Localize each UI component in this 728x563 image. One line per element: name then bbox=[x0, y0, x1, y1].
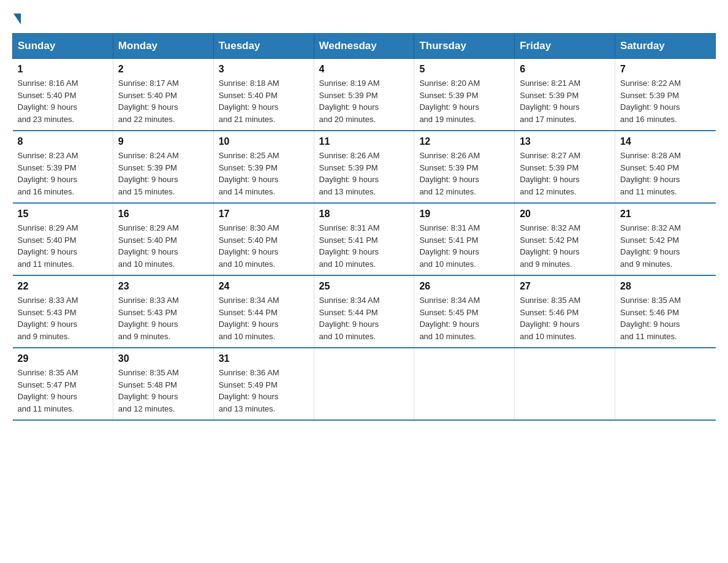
week-row-3: 15 Sunrise: 8:29 AM Sunset: 5:40 PM Dayl… bbox=[13, 203, 716, 275]
day-number: 28 bbox=[620, 281, 710, 292]
day-number: 25 bbox=[319, 281, 409, 292]
day-info: Sunrise: 8:19 AM Sunset: 5:39 PM Dayligh… bbox=[319, 77, 409, 125]
day-number: 18 bbox=[319, 209, 409, 220]
weekday-header-sunday: Sunday bbox=[13, 34, 113, 59]
day-info: Sunrise: 8:28 AM Sunset: 5:40 PM Dayligh… bbox=[620, 150, 710, 197]
weekday-header-row: SundayMondayTuesdayWednesdayThursdayFrid… bbox=[13, 34, 716, 59]
day-info: Sunrise: 8:35 AM Sunset: 5:46 PM Dayligh… bbox=[620, 294, 710, 342]
calendar-cell: 2 Sunrise: 8:17 AM Sunset: 5:40 PM Dayli… bbox=[113, 59, 213, 131]
page-header bbox=[12, 12, 716, 23]
day-info: Sunrise: 8:31 AM Sunset: 5:41 PM Dayligh… bbox=[319, 222, 409, 270]
calendar-cell: 31 Sunrise: 8:36 AM Sunset: 5:49 PM Dayl… bbox=[213, 348, 314, 420]
day-number: 11 bbox=[319, 136, 409, 147]
day-info: Sunrise: 8:32 AM Sunset: 5:42 PM Dayligh… bbox=[620, 222, 710, 270]
day-number: 6 bbox=[520, 64, 610, 75]
calendar-cell bbox=[314, 348, 414, 420]
week-row-1: 1 Sunrise: 8:16 AM Sunset: 5:40 PM Dayli… bbox=[13, 59, 716, 131]
day-info: Sunrise: 8:26 AM Sunset: 5:39 PM Dayligh… bbox=[419, 150, 509, 197]
day-info: Sunrise: 8:22 AM Sunset: 5:39 PM Dayligh… bbox=[620, 77, 710, 125]
day-info: Sunrise: 8:20 AM Sunset: 5:39 PM Dayligh… bbox=[419, 77, 509, 125]
calendar-cell: 13 Sunrise: 8:27 AM Sunset: 5:39 PM Dayl… bbox=[515, 131, 615, 203]
day-info: Sunrise: 8:32 AM Sunset: 5:42 PM Dayligh… bbox=[520, 222, 610, 270]
calendar-cell: 23 Sunrise: 8:33 AM Sunset: 5:43 PM Dayl… bbox=[113, 275, 213, 348]
calendar-cell: 17 Sunrise: 8:30 AM Sunset: 5:40 PM Dayl… bbox=[213, 203, 314, 275]
day-number: 15 bbox=[18, 209, 108, 220]
calendar-cell: 25 Sunrise: 8:34 AM Sunset: 5:44 PM Dayl… bbox=[314, 275, 414, 348]
day-info: Sunrise: 8:34 AM Sunset: 5:44 PM Dayligh… bbox=[219, 294, 309, 342]
calendar-cell bbox=[615, 348, 716, 420]
day-info: Sunrise: 8:35 AM Sunset: 5:46 PM Dayligh… bbox=[520, 294, 610, 342]
weekday-header-friday: Friday bbox=[515, 34, 615, 59]
calendar-cell: 26 Sunrise: 8:34 AM Sunset: 5:45 PM Dayl… bbox=[414, 275, 515, 348]
day-number: 27 bbox=[520, 281, 610, 292]
day-number: 20 bbox=[520, 209, 610, 220]
day-number: 17 bbox=[219, 209, 309, 220]
day-number: 22 bbox=[18, 281, 108, 292]
day-number: 10 bbox=[219, 136, 309, 147]
weekday-header-wednesday: Wednesday bbox=[314, 34, 414, 59]
calendar-cell: 12 Sunrise: 8:26 AM Sunset: 5:39 PM Dayl… bbox=[414, 131, 515, 203]
day-info: Sunrise: 8:30 AM Sunset: 5:40 PM Dayligh… bbox=[219, 222, 309, 270]
day-info: Sunrise: 8:35 AM Sunset: 5:47 PM Dayligh… bbox=[18, 367, 108, 415]
calendar-cell: 10 Sunrise: 8:25 AM Sunset: 5:39 PM Dayl… bbox=[213, 131, 314, 203]
day-info: Sunrise: 8:35 AM Sunset: 5:48 PM Dayligh… bbox=[118, 367, 208, 415]
calendar-cell: 4 Sunrise: 8:19 AM Sunset: 5:39 PM Dayli… bbox=[314, 59, 414, 131]
calendar-cell bbox=[414, 348, 515, 420]
logo bbox=[12, 12, 21, 23]
calendar-cell bbox=[515, 348, 615, 420]
calendar-cell: 8 Sunrise: 8:23 AM Sunset: 5:39 PM Dayli… bbox=[13, 131, 113, 203]
calendar-cell: 1 Sunrise: 8:16 AM Sunset: 5:40 PM Dayli… bbox=[13, 59, 113, 131]
calendar-cell: 3 Sunrise: 8:18 AM Sunset: 5:40 PM Dayli… bbox=[213, 59, 314, 131]
day-number: 1 bbox=[18, 64, 108, 75]
calendar-cell: 20 Sunrise: 8:32 AM Sunset: 5:42 PM Dayl… bbox=[515, 203, 615, 275]
calendar-table: SundayMondayTuesdayWednesdayThursdayFrid… bbox=[12, 33, 716, 421]
day-info: Sunrise: 8:34 AM Sunset: 5:44 PM Dayligh… bbox=[319, 294, 409, 342]
week-row-5: 29 Sunrise: 8:35 AM Sunset: 5:47 PM Dayl… bbox=[13, 348, 716, 420]
calendar-cell: 7 Sunrise: 8:22 AM Sunset: 5:39 PM Dayli… bbox=[615, 59, 716, 131]
day-info: Sunrise: 8:26 AM Sunset: 5:39 PM Dayligh… bbox=[319, 150, 409, 197]
day-number: 5 bbox=[419, 64, 509, 75]
day-number: 13 bbox=[520, 136, 610, 147]
day-number: 24 bbox=[219, 281, 309, 292]
calendar-cell: 5 Sunrise: 8:20 AM Sunset: 5:39 PM Dayli… bbox=[414, 59, 515, 131]
day-number: 21 bbox=[620, 209, 710, 220]
day-number: 3 bbox=[219, 64, 309, 75]
logo-arrow-icon bbox=[13, 13, 21, 25]
weekday-header-thursday: Thursday bbox=[414, 34, 515, 59]
calendar-cell: 28 Sunrise: 8:35 AM Sunset: 5:46 PM Dayl… bbox=[615, 275, 716, 348]
week-row-4: 22 Sunrise: 8:33 AM Sunset: 5:43 PM Dayl… bbox=[13, 275, 716, 348]
weekday-header-tuesday: Tuesday bbox=[213, 34, 314, 59]
calendar-header: SundayMondayTuesdayWednesdayThursdayFrid… bbox=[13, 34, 716, 59]
day-info: Sunrise: 8:29 AM Sunset: 5:40 PM Dayligh… bbox=[118, 222, 208, 270]
calendar-cell: 9 Sunrise: 8:24 AM Sunset: 5:39 PM Dayli… bbox=[113, 131, 213, 203]
day-number: 14 bbox=[620, 136, 710, 147]
day-info: Sunrise: 8:18 AM Sunset: 5:40 PM Dayligh… bbox=[219, 77, 309, 125]
weekday-header-saturday: Saturday bbox=[615, 34, 716, 59]
weekday-header-monday: Monday bbox=[113, 34, 213, 59]
day-number: 2 bbox=[118, 64, 208, 75]
day-info: Sunrise: 8:24 AM Sunset: 5:39 PM Dayligh… bbox=[118, 150, 208, 197]
calendar-cell: 24 Sunrise: 8:34 AM Sunset: 5:44 PM Dayl… bbox=[213, 275, 314, 348]
day-number: 26 bbox=[419, 281, 509, 292]
day-info: Sunrise: 8:33 AM Sunset: 5:43 PM Dayligh… bbox=[18, 294, 108, 342]
day-number: 23 bbox=[118, 281, 208, 292]
calendar-cell: 22 Sunrise: 8:33 AM Sunset: 5:43 PM Dayl… bbox=[13, 275, 113, 348]
day-number: 31 bbox=[219, 353, 309, 364]
calendar-cell: 30 Sunrise: 8:35 AM Sunset: 5:48 PM Dayl… bbox=[113, 348, 213, 420]
day-number: 8 bbox=[18, 136, 108, 147]
calendar-cell: 19 Sunrise: 8:31 AM Sunset: 5:41 PM Dayl… bbox=[414, 203, 515, 275]
day-info: Sunrise: 8:21 AM Sunset: 5:39 PM Dayligh… bbox=[520, 77, 610, 125]
day-number: 30 bbox=[118, 353, 208, 364]
calendar-body: 1 Sunrise: 8:16 AM Sunset: 5:40 PM Dayli… bbox=[13, 59, 716, 421]
day-number: 7 bbox=[620, 64, 710, 75]
day-number: 16 bbox=[118, 209, 208, 220]
calendar-cell: 27 Sunrise: 8:35 AM Sunset: 5:46 PM Dayl… bbox=[515, 275, 615, 348]
day-number: 29 bbox=[18, 353, 108, 364]
day-info: Sunrise: 8:36 AM Sunset: 5:49 PM Dayligh… bbox=[219, 367, 309, 415]
calendar-cell: 16 Sunrise: 8:29 AM Sunset: 5:40 PM Dayl… bbox=[113, 203, 213, 275]
day-info: Sunrise: 8:23 AM Sunset: 5:39 PM Dayligh… bbox=[18, 150, 108, 197]
week-row-2: 8 Sunrise: 8:23 AM Sunset: 5:39 PM Dayli… bbox=[13, 131, 716, 203]
calendar-cell: 21 Sunrise: 8:32 AM Sunset: 5:42 PM Dayl… bbox=[615, 203, 716, 275]
day-info: Sunrise: 8:16 AM Sunset: 5:40 PM Dayligh… bbox=[18, 77, 108, 125]
day-number: 4 bbox=[319, 64, 409, 75]
